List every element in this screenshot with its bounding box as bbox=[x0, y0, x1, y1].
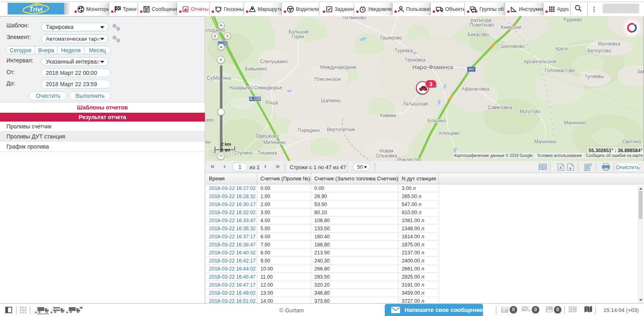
svg-text:Trivi: Trivi bbox=[29, 6, 43, 13]
svg-text:x: x bbox=[569, 166, 572, 170]
svg-text:A: A bbox=[559, 166, 562, 170]
svg-text:3: 3 bbox=[429, 81, 433, 87]
svg-text:NAME: NAME bbox=[53, 308, 61, 310]
